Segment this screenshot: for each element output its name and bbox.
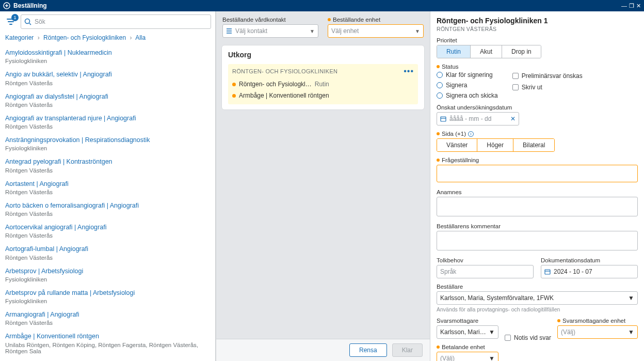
list-item-title: Aortastent | Angiografi (5, 180, 210, 188)
list-item[interactable]: Armangiografi | AngiografiRöntgen Väster… (5, 308, 210, 330)
more-icon[interactable]: ••• (404, 67, 414, 75)
breadcrumb-category[interactable]: Röntgen- och Fysiologkliniken (43, 34, 126, 41)
breadcrumb-leaf[interactable]: Alla (135, 34, 146, 41)
svg-rect-3 (545, 270, 550, 274)
list-item[interactable]: Angio av bukkärl, selektiv | AngiografiR… (5, 68, 210, 90)
sida-vanster[interactable]: Vänster (437, 139, 477, 151)
list-item-subtitle: Röntgen Västerås (5, 123, 210, 130)
priority-dropin[interactable]: Drop in (502, 45, 541, 58)
list-item[interactable]: Angiografi av dialysfistel | AngiografiR… (5, 90, 210, 112)
svg-rect-2 (441, 117, 446, 121)
list-item[interactable]: Aortocervikal angiografi | AngiografiRön… (5, 221, 210, 243)
list-item-title: Antegrad pyelografi | Kontraströntgen (5, 158, 210, 166)
fragestallning-textarea[interactable] (437, 165, 638, 182)
list-item-subtitle: Fysiologkliniken (5, 58, 210, 64)
anamnes-textarea[interactable] (437, 197, 638, 216)
svarsenhet-select[interactable]: (Välj) ▼ (557, 325, 638, 339)
betalande-select[interactable]: (Välj) ▼ (437, 352, 498, 361)
calendar-icon (440, 116, 446, 122)
klar-button: Klar (392, 343, 423, 357)
docdate-label: Dokumentationsdatum (541, 257, 638, 263)
list-item-title: Arbetsprov på rullande matta | Arbetsfys… (5, 289, 210, 297)
filter-button[interactable]: 1 (4, 15, 18, 28)
list-icon (226, 28, 232, 34)
list-item[interactable]: Amyloidosskintigrafi | NuklearmedicinFys… (5, 46, 210, 68)
list-item-subtitle: Fysiologkliniken (5, 276, 210, 282)
list-item-subtitle: Röntgen Västerås (5, 320, 210, 326)
window-title: Beställning (13, 2, 47, 9)
contact-select[interactable]: Välj kontakt ▼ (222, 24, 318, 38)
list-item-subtitle: Röntgen Västerås (5, 167, 210, 174)
docdate-input[interactable]: 2024 - 10 - 07 (541, 265, 638, 278)
contact-label: Beställande vårdkontakt (222, 17, 318, 23)
search-box[interactable] (21, 14, 211, 29)
status-dot-icon (232, 94, 236, 98)
close-icon[interactable]: ✕ (636, 3, 641, 9)
anamnes-label: Anamnes (437, 189, 638, 195)
betalande-label: Betalande enhet (442, 344, 485, 350)
list-item-subtitle: Fysiologkliniken (5, 145, 210, 151)
info-icon: i (468, 131, 474, 137)
wishdate-label: Önskat undersökningsdatum (437, 104, 638, 111)
preliminarsvar-checkbox[interactable]: Preliminärsvar önskas (512, 72, 583, 80)
sida-segments: Vänster Höger Bilateral (437, 138, 555, 152)
list-item-subtitle: Fysiologkliniken (5, 298, 210, 304)
priority-segments: Rutin Akut Drop in (437, 45, 541, 58)
minimize-icon[interactable]: — (621, 3, 627, 9)
notis-checkbox[interactable]: Notis vid svar (505, 334, 551, 341)
wishdate-input[interactable]: åååå - mm - dd ✕ (437, 112, 519, 125)
list-item-title: Armangiografi | Angiografi (5, 310, 210, 319)
list-item[interactable]: Arbetsprov på rullande matta | Arbetsfys… (5, 287, 210, 308)
unit-select[interactable]: Välj enhet ▼ (328, 24, 424, 38)
list-item-subtitle: Röntgen Västerås (5, 189, 210, 195)
priority-label: Prioritet (437, 37, 638, 43)
kommentar-label: Beställarens kommentar (437, 223, 638, 229)
list-item-subtitle: Röntgen Västerås (5, 211, 210, 217)
utkorg-title: Utkorg (228, 51, 418, 59)
utkorg-section[interactable]: RÖNTGEN- OCH FYSIOLOGKLINIKEN ••• Röntge… (228, 64, 418, 104)
maximize-icon[interactable]: ❐ (629, 3, 634, 9)
status-klar[interactable]: Klar för signering (437, 71, 498, 79)
list-item[interactable]: Aorto bäcken o femoralisangiografi | Ang… (5, 199, 210, 221)
svg-point-1 (25, 19, 30, 24)
status-signera-skicka[interactable]: Signera och skicka (437, 92, 498, 99)
utkorg-section-header: RÖNTGEN- OCH FYSIOLOGKLINIKEN (232, 68, 337, 74)
tolk-input[interactable] (437, 265, 534, 278)
utkorg-row[interactable]: Röntgen- och Fysiologkl…Rutin (232, 79, 414, 90)
list-item[interactable]: Aortastent | AngiografiRöntgen Västerås (5, 178, 210, 199)
skrivut-checkbox[interactable]: Skriv ut (512, 84, 583, 91)
clear-icon[interactable]: ✕ (510, 115, 516, 122)
svarsmottagare-select[interactable]: Karlsson, Maria, Sys… ▼ (437, 325, 498, 339)
list-item[interactable]: Armbåge | Konventionell röntgenUnilabs R… (5, 330, 210, 358)
list-item[interactable]: Armflebografi | AngiografiRöntgen Väster… (5, 358, 210, 362)
status-dot-icon (232, 83, 236, 86)
utkorg-row[interactable]: Armbåge | Konventionell röntgen (232, 90, 414, 101)
breadcrumb-root[interactable]: Kategorier (5, 34, 34, 41)
kommentar-textarea[interactable] (437, 231, 638, 250)
rensa-button[interactable]: Rensa (349, 343, 387, 357)
list-item[interactable]: Antegrad pyelografi | KontraströntgenRön… (5, 155, 210, 177)
list-item[interactable]: Angiografi av transplanterad njure | Ang… (5, 112, 210, 134)
list-item[interactable]: Aortografi-lumbal | AngiografiRöntgen Vä… (5, 243, 210, 264)
list-item[interactable]: Ansträngningsprovokation | Respirationsd… (5, 134, 210, 155)
sida-label: Sida (+1) (442, 131, 466, 137)
list-item-subtitle: Röntgen Västerås (5, 80, 210, 86)
priority-rutin[interactable]: Rutin (437, 45, 471, 58)
tolk-label: Tolkbehov (437, 257, 534, 263)
priority-akut[interactable]: Akut (471, 45, 502, 58)
list-item-title: Aortocervikal angiografi | Angiografi (5, 223, 210, 231)
list-item[interactable]: Arbetsprov | ArbetsfysiologiFysiologklin… (5, 265, 210, 287)
list-item-title: Angiografi av transplanterad njure | Ang… (5, 114, 210, 122)
search-input[interactable] (35, 18, 207, 25)
list-item-title: Armbåge | Konventionell röntgen (5, 332, 210, 340)
detail-title: Röntgen- och Fysiologkliniken 1 (437, 17, 638, 25)
svarsmottagare-label: Svarsmottagare (437, 318, 498, 324)
sida-hoger[interactable]: Höger (477, 139, 513, 151)
list-item-title: Angiografi av dialysfistel | Angiografi (5, 92, 210, 101)
list-item-title: Amyloidosskintigrafi | Nuklearmedicin (5, 49, 210, 57)
status-signera[interactable]: Signera (437, 82, 498, 89)
bestallare-label: Beställare (437, 284, 638, 290)
bestallare-select[interactable]: Karlsson, Maria, Systemförvaltare, 1FWK … (437, 291, 638, 305)
sida-bilateral[interactable]: Bilateral (513, 139, 554, 151)
list-item-title: Angio av bukkärl, selektiv | Angiografi (5, 70, 210, 79)
